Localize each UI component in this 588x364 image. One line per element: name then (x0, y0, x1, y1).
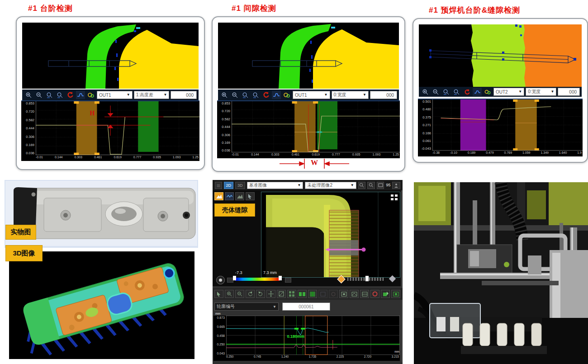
tool-split-icon[interactable] (308, 290, 317, 298)
tool-rotate-left-icon[interactable] (246, 290, 255, 298)
tool-record-icon[interactable] (370, 290, 379, 298)
height-image-icon[interactable] (214, 192, 223, 200)
gap-heightmap (218, 23, 399, 89)
zoom-out-icon[interactable] (230, 91, 239, 99)
output-value-field[interactable]: 000 (370, 91, 397, 99)
gap-profile-graph: 0.8530.7200.5820.4440.3060.1690.036 (217, 100, 400, 158)
rotate-icon[interactable] (462, 88, 471, 96)
tool-scale-icon[interactable] (277, 290, 286, 298)
width-annotation: W (276, 158, 353, 169)
tool-zoom-in-icon[interactable] (225, 290, 234, 298)
pointer-icon[interactable] (246, 192, 255, 200)
render-3d-image (9, 251, 194, 359)
profile-graph-icon[interactable] (473, 88, 482, 96)
output-settings-icon[interactable] (86, 91, 95, 99)
gap-detection-card: OUT1▼ 0:宽度▼ 000 0.8530.7200.5820.4440.30… (212, 16, 405, 172)
mask-region[interactable] (460, 99, 486, 151)
output-value-field[interactable]: 000 (558, 88, 580, 96)
scale-left-icon[interactable] (227, 278, 233, 283)
profile-graph-icon[interactable] (76, 91, 85, 99)
tool-measure-multi-icon[interactable] (360, 290, 369, 298)
mode-select[interactable]: 0:宽度▼ (526, 88, 556, 96)
zoom-in-icon[interactable] (421, 88, 430, 96)
output-select[interactable]: OUT1▼ (293, 91, 330, 99)
camera-view[interactable] (261, 192, 400, 278)
marker-diamond-icon[interactable] (337, 275, 345, 283)
fullscreen-icon[interactable] (391, 194, 398, 202)
tool-zoom-out-icon[interactable] (235, 290, 244, 298)
zoom-fit-icon[interactable] (45, 91, 54, 99)
measure-region-1[interactable] (76, 101, 97, 155)
colorbar-max-handle[interactable] (279, 276, 282, 280)
x-unit-label: mm (394, 350, 399, 354)
zoom-fit-icon[interactable] (441, 88, 450, 96)
zoom-level-value: 95 (386, 183, 390, 187)
tool-region-icon[interactable] (329, 290, 338, 298)
gap-heightmap-image (218, 23, 399, 89)
output-settings-icon[interactable] (282, 91, 291, 99)
zoom-out-icon[interactable] (34, 91, 43, 99)
tool-rotate-right-icon[interactable] (256, 290, 265, 298)
zoom-region-icon[interactable] (55, 91, 64, 99)
tool-compare-icon[interactable] (298, 290, 307, 298)
tool-select-icon[interactable] (214, 290, 223, 298)
tool-measure-profile-icon[interactable] (350, 290, 359, 298)
tool-pan-icon[interactable] (266, 290, 275, 298)
scale-right-icon[interactable] (285, 278, 291, 283)
intensity-image-icon[interactable] (235, 192, 244, 200)
base-image-select[interactable]: 基准图像▼ (247, 182, 303, 189)
profile-graph-icon[interactable] (272, 91, 281, 99)
view-fit-icon[interactable] (377, 182, 384, 189)
measure-region-2[interactable] (317, 101, 337, 149)
chevron-down-icon: ▼ (363, 93, 366, 97)
gray-diamond-icon[interactable] (389, 275, 396, 283)
zoom-region-icon[interactable] (251, 91, 260, 99)
inspector-topbar: ▦ 2D 3D 基准图像▼ 未处理图像2▼ 95 (213, 180, 403, 190)
zoom-fit-icon[interactable] (241, 91, 250, 99)
mode-select[interactable]: 1:高度差▼ (134, 91, 170, 99)
height-colorbar (235, 278, 280, 281)
step-toolbar: OUT1▼ 1:高度差▼ 000 (22, 90, 199, 100)
user-icon[interactable] (392, 182, 400, 189)
color-scale-row: -7.3 7.3 mm (213, 270, 403, 287)
tool-mask-icon[interactable] (318, 290, 327, 298)
page: #1 台阶检测 #1 间隙检测 #1 预焊机台阶&缝隙检测 (0, 0, 588, 364)
y-unit-label: mm (215, 312, 221, 315)
tool-measure-rect-icon[interactable] (339, 290, 348, 298)
zoom-in-icon[interactable] (220, 91, 229, 99)
position-slider-handle[interactable] (365, 276, 369, 281)
layout-icon[interactable]: ▦ (215, 182, 222, 189)
zoom-region-icon[interactable] (452, 88, 461, 96)
tab-2d[interactable]: 2D (224, 182, 233, 189)
mode-select[interactable]: 0:宽度▼ (332, 91, 369, 99)
output-select[interactable]: OUT1▼ (97, 91, 133, 99)
profile-number-select[interactable]: 轮廓编号▼ (214, 303, 279, 311)
zoom-in-icon[interactable] (24, 91, 33, 99)
output-select[interactable]: OUT2▼ (493, 88, 524, 96)
y-axis-ticks: 0.8530.7200.5820.4440.3060.1690.036 (217, 101, 232, 152)
processing-image-select[interactable]: 未处理图像2▼ (305, 182, 356, 189)
tool-export-icon[interactable] (381, 290, 390, 298)
rotate-icon[interactable] (66, 91, 75, 99)
measure-region-1[interactable] (515, 99, 536, 151)
zoom-out-icon[interactable] (431, 88, 440, 96)
reference-region[interactable] (138, 101, 158, 152)
profile-number-value[interactable]: 000061 (282, 303, 330, 311)
view-zoom-in-icon[interactable] (358, 182, 366, 189)
view-zoom-out-icon[interactable] (367, 182, 375, 189)
y-axis-ticks: 0.5010.4800.3750.2710.1660.061-0.043 (418, 99, 432, 151)
gap-plot-area (232, 101, 400, 152)
profile-wave-icon[interactable] (225, 192, 234, 200)
output-value-field[interactable]: 000 (171, 91, 197, 99)
tool-capture-icon[interactable] (391, 290, 400, 298)
output-settings-icon[interactable] (483, 88, 492, 96)
colorbar-min-handle[interactable] (233, 276, 236, 280)
target-icon[interactable] (216, 276, 225, 284)
tool-grid-icon[interactable] (287, 290, 296, 298)
measure-region-1[interactable] (294, 101, 316, 152)
y-axis-ticks: 0.8530.7200.5820.4440.3060.1690.036 (21, 101, 36, 155)
tab-3d[interactable]: 3D (235, 182, 245, 189)
chevron-down-icon: ▼ (351, 184, 354, 187)
rotate-icon[interactable] (261, 91, 270, 99)
chevron-down-icon: ▼ (324, 93, 328, 97)
